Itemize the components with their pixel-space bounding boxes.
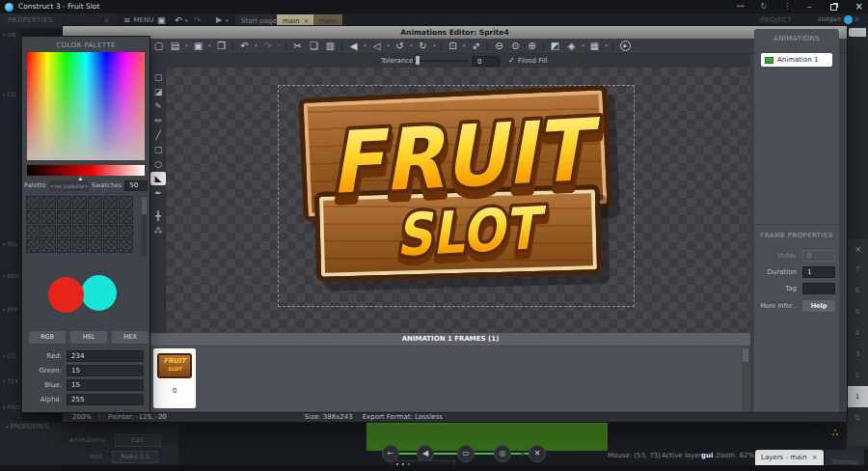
titlebar-kebab-icon[interactable]: ⋮ [783,3,791,11]
zorder-close-icon[interactable]: × [854,245,862,254]
zoom-in-icon[interactable]: ⊕ [524,39,540,53]
rectangle-tool-icon[interactable]: □ [150,143,166,156]
properties-close-icon[interactable]: × [103,17,110,25]
swatch-cell[interactable] [103,239,118,253]
onion-skin-icon[interactable]: ◈ [563,39,580,53]
flood-fill-checkbox-icon[interactable]: ✓ [508,57,515,65]
alpha-input[interactable]: 255 [67,394,144,405]
ellipse-tool-icon[interactable]: ○ [150,157,166,171]
layers-tab-close-icon[interactable]: × [812,455,818,461]
flip-vertical-icon[interactable]: ◁ [368,39,385,53]
color-gradient-picker[interactable] [27,52,145,160]
help-button[interactable]: Help [802,300,835,312]
grid-icon[interactable]: ▦ [586,39,603,53]
foreground-color-swatch[interactable] [48,277,84,313]
background-color-swatch[interactable] [81,275,117,311]
make-11-button[interactable]: Make 1:1 [112,451,158,463]
copy-icon[interactable]: ❏ [306,39,322,53]
paste-icon[interactable]: ▥ [322,39,339,53]
swatches-count-input[interactable]: 50 [124,180,148,191]
play-caret-icon[interactable]: ▾ [226,18,229,23]
hsl-tab[interactable]: HSL [70,331,107,344]
onion-caret-icon[interactable]: ▾ [580,39,586,53]
play-icon[interactable]: ▶ [216,16,222,24]
flip-horizontal-icon[interactable]: ◀ [345,39,362,53]
open-image-icon[interactable]: ▤ [167,39,183,53]
undo-caret-icon[interactable]: ▾ [185,18,188,23]
redo-edit-caret-icon[interactable]: ▾ [276,39,283,53]
swatch-cell[interactable] [119,196,133,209]
animation-list-item[interactable]: Animation 1 [761,53,832,67]
swatch-cell[interactable] [119,210,133,224]
zorder-item[interactable]: 0 [847,407,868,429]
project-close-icon[interactable]: × [854,16,860,24]
red-input[interactable]: 234 [67,350,144,362]
zorder-item[interactable]: 7 [847,259,868,280]
swatch-cell[interactable] [26,210,41,224]
value-slider[interactable] [27,165,145,176]
swatch-cell[interactable] [57,225,71,238]
zoom-out-icon[interactable]: ⊖ [491,39,507,53]
tolerance-slider-handle[interactable] [416,56,420,65]
user-badge[interactable]: slotgan [818,15,853,24]
swatch-cell[interactable] [41,239,56,253]
tolerance-slider-track[interactable] [413,60,469,62]
swatch-cell[interactable] [57,239,71,253]
swatch-cell[interactable] [119,225,133,238]
duration-input[interactable]: 1 [802,266,835,278]
pencil-tool-icon[interactable]: ✎ [150,99,166,113]
layers-tab[interactable]: Layers - main × [755,450,824,465]
frame-thumbnail[interactable]: FRUIT SLOT 0 [153,348,196,408]
addon-icon[interactable]: ⊶ [736,3,744,11]
swatch-cell[interactable] [26,225,41,238]
palette-select[interactable]: <no palette> [49,180,90,191]
close-window-icon[interactable]: × [855,2,863,12]
flood-fill-label[interactable]: Flood Fill [518,58,548,65]
swatch-cell[interactable] [88,196,102,209]
swatch-cell[interactable] [57,196,71,209]
rotate-cw-caret-icon[interactable]: ▾ [431,39,438,53]
redo-edit-icon[interactable]: ↷ [259,39,276,53]
save-project-icon[interactable]: ▣ [157,16,166,25]
swatch-cell[interactable] [103,210,118,224]
flip-h-caret-icon[interactable]: ▾ [362,39,368,53]
select-tool-icon[interactable]: ▢ [150,70,166,84]
image-points-tool-icon[interactable]: ⁂ [150,224,166,237]
background-color-icon[interactable]: ◩ [547,39,563,53]
rotate-ccw-caret-icon[interactable]: ▾ [408,39,415,53]
swatch-cell[interactable] [88,210,102,224]
save-image-icon[interactable]: ▣ [190,39,206,53]
more-information-link[interactable]: More Infor... [760,303,798,310]
swatch-cell[interactable] [119,239,133,253]
zorder-item[interactable]: 4 [847,322,868,344]
save-caret-icon[interactable]: ▾ [206,39,213,53]
undo-edit-icon[interactable]: ↶ [236,39,253,53]
swatch-cell[interactable] [72,210,87,224]
zorder-item[interactable]: 6 [847,280,868,301]
tilemap-tab[interactable]: Tilemap [826,450,864,465]
frames-scrollbar[interactable] [742,346,749,411]
zorder-item[interactable]: 3 [847,344,868,365]
restore-icon[interactable] [830,4,837,11]
swatch-cell[interactable] [103,225,118,238]
hex-tab[interactable]: HEX [112,331,149,344]
brush-tool-icon[interactable]: ✏ [150,114,166,127]
zorder-item[interactable]: 5 [847,301,868,322]
zoom-reset-icon[interactable]: ⊙ [507,39,524,53]
origin-tool-icon[interactable]: ╋ [150,209,166,223]
rgb-tab[interactable]: RGB [29,331,66,344]
export-image-icon[interactable]: ❐ [213,39,230,53]
crop-icon[interactable]: ⊡ [445,39,461,53]
tag-input[interactable] [802,283,835,294]
undo-edit-caret-icon[interactable]: ▾ [253,39,259,53]
green-input[interactable]: 15 [67,365,144,376]
grid-caret-icon[interactable]: ▾ [603,39,610,53]
eyedropper-tool-icon[interactable]: ✒ [150,186,166,200]
dialog-titlebar[interactable]: Animations Editor: Sprite4 ⋮ × [63,26,847,39]
swatches-grid[interactable] [26,196,141,253]
swatch-cell[interactable] [26,196,41,209]
tolerance-input[interactable]: 0 [473,56,500,67]
new-animation-icon[interactable]: ▢ [150,39,167,53]
update-icon[interactable]: ↻ [760,3,767,11]
swatches-scrollbar[interactable] [142,196,147,256]
